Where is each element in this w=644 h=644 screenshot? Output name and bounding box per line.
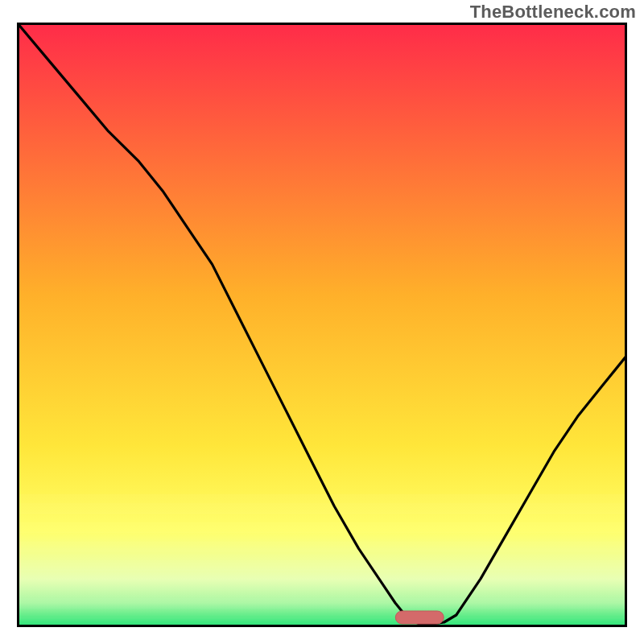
svg-rect-10 — [17, 589, 627, 599]
optimum-marker — [395, 611, 444, 624]
svg-rect-6 — [17, 551, 627, 561]
svg-rect-4 — [17, 532, 627, 542]
svg-rect-0 — [17, 494, 627, 504]
svg-rect-1 — [17, 504, 627, 514]
svg-rect-8 — [17, 570, 627, 580]
attribution-label: TheBottleneck.com — [470, 2, 636, 23]
svg-rect-2 — [17, 513, 627, 522]
svg-rect-12 — [17, 608, 627, 617]
svg-rect-11 — [17, 599, 627, 609]
bottleneck-plot — [17, 23, 627, 627]
svg-rect-7 — [17, 560, 627, 570]
plot-svg — [17, 23, 627, 627]
svg-rect-3 — [17, 522, 627, 532]
svg-rect-9 — [17, 580, 627, 589]
svg-rect-5 — [17, 542, 627, 551]
bottom-bands — [17, 494, 627, 627]
